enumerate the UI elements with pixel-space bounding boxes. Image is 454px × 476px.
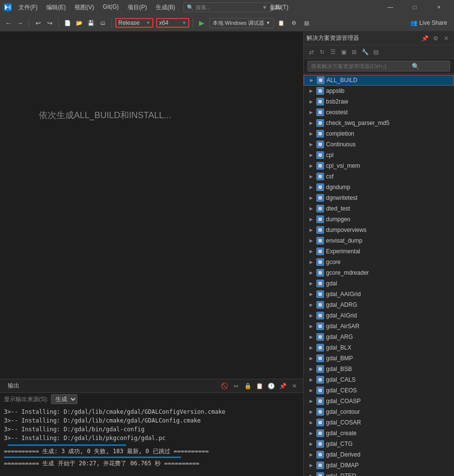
tree-item-gdal-aaigrid[interactable]: ▶⊞gdal_AAIGrid [304, 289, 454, 300]
output-wrap-btn[interactable]: ⇔ [231, 381, 241, 391]
tree-item-gdal-coasp[interactable]: ▶⊞gdal_COASP [304, 396, 454, 406]
tree-item-completion[interactable]: ▶⊞completion [304, 128, 454, 139]
tree-item-bsb2raw[interactable]: ▶⊞bsb2raw [304, 96, 454, 107]
se-refresh-btn[interactable]: ↻ [317, 47, 327, 57]
redo-button[interactable]: ↪ [44, 18, 55, 28]
tree-item-gdal-dted[interactable]: ▶⊞gdal_DTED [304, 471, 454, 476]
tree-item-dgnwritetest[interactable]: ▶⊞dgnwritetest [304, 193, 454, 203]
debug-button[interactable]: 本地 Windows 调试器 ▼ [209, 18, 274, 28]
config-dropdown[interactable]: Release ▼ [115, 18, 153, 28]
output-clock-btn[interactable]: 🕐 [266, 381, 276, 391]
tree-chevron: ▶ [308, 77, 315, 84]
tree-item-appslib[interactable]: ▶⊞appslib [304, 86, 454, 96]
tree-item-gdal-cals[interactable]: ▶⊞gdal_CALS [304, 374, 454, 385]
tree-item-label: gcore [326, 259, 341, 265]
tree-item-gdal-bsb[interactable]: ▶⊞gdal_BSB [304, 364, 454, 374]
tree-item-gdal-adrg[interactable]: ▶⊞gdal_ADRG [304, 300, 454, 310]
se-sync-btn[interactable]: ⇄ [307, 47, 316, 57]
se-config-btn[interactable]: ⚙ [431, 34, 440, 43]
open-file-button[interactable]: 📂 [74, 18, 85, 28]
tree-item-gdal-create[interactable]: ▶⊞gdal_create [304, 428, 454, 439]
tree-chevron: ▶ [308, 462, 314, 469]
tree-item-gdal-airsar[interactable]: ▶⊞gdal_AirSAR [304, 321, 454, 332]
output-close-btn[interactable]: ✕ [290, 381, 299, 391]
save-all-button[interactable]: 🗂 [97, 18, 108, 28]
tree-item-experimental[interactable]: ▶⊞Experimental [304, 246, 454, 257]
tree-item-check-swq-parser-md5[interactable]: ▶⊞check_swq_parser_md5 [304, 118, 454, 128]
output-pin-btn[interactable]: 📌 [278, 381, 288, 391]
tree-chevron: ▶ [308, 301, 314, 308]
se-search-box[interactable]: 🔍 [308, 61, 450, 71]
output-content[interactable]: 3>-- Installing: D:/gdal/lib/cmake/gdal/… [0, 405, 303, 476]
tree-item-gdal-aigrid[interactable]: ▶⊞gdal_AIGrid [304, 310, 454, 321]
tree-item-gdal[interactable]: ▶⊞gdal [304, 278, 454, 289]
menu-file[interactable]: 文件(F) [15, 2, 41, 13]
tree-item-dted-test[interactable]: ▶⊞dted_test [304, 203, 454, 214]
se-search-icon-btn[interactable]: 🔍 [410, 61, 421, 71]
maximize-button[interactable]: □ [403, 0, 426, 15]
output-clear-btn[interactable]: 🚫 [219, 381, 229, 391]
se-view-btn[interactable]: ▣ [339, 47, 348, 57]
tree-item-gdal-ceos[interactable]: ▶⊞gdal_CEOS [304, 385, 454, 396]
save-button[interactable]: 💾 [86, 18, 96, 28]
tree-item-envisat-dump[interactable]: ▶⊞envisat_dump [304, 235, 454, 246]
toolbar-extra-btn2[interactable]: ⚙ [289, 18, 299, 28]
project-icon: ⊞ [316, 162, 324, 170]
back-button[interactable]: ← [3, 18, 14, 28]
forward-button[interactable]: → [15, 18, 25, 28]
output-source-select[interactable]: 生成 [51, 394, 77, 404]
project-icon: ⊞ [316, 472, 324, 476]
editor-content[interactable]: 依次生成ALL_BUILD和INSTALL... [0, 32, 303, 379]
tree-item-cpl-vsi-mem[interactable]: ▶⊞cpl_vsi_mem [304, 160, 454, 171]
tree-item-gdal-dimap[interactable]: ▶⊞gdal_DIMAP [304, 460, 454, 471]
new-file-button[interactable]: 📄 [62, 18, 73, 28]
tree-item-gdal-cosar[interactable]: ▶⊞gdal_COSAR [304, 417, 454, 428]
tree-item-gcore-mdreader[interactable]: ▶⊞gcore_mdreader [304, 267, 454, 278]
platform-dropdown[interactable]: x64 ▼ [156, 18, 189, 28]
minimize-button[interactable]: — [379, 0, 401, 15]
tree-item-gdal-derived[interactable]: ▶⊞gdal_Derived [304, 449, 454, 460]
se-pin-btn[interactable]: 📌 [420, 34, 430, 43]
project-icon: ⊞ [316, 130, 324, 138]
tree-item-continuous[interactable]: ▶⊞Continuous [304, 139, 454, 150]
se-close-btn[interactable]: ✕ [441, 34, 451, 43]
tree-item-dumpgeo[interactable]: ▶⊞dumpgeo [304, 214, 454, 225]
tree-item-csf[interactable]: ▶⊞csf [304, 171, 454, 182]
se-search-input[interactable] [311, 63, 408, 69]
toolbar-extra-btn3[interactable]: ▤ [301, 18, 312, 28]
tree-item-gdal-blx[interactable]: ▶⊞gdal_BLX [304, 342, 454, 353]
tree-item-dumpoverviews[interactable]: ▶⊞dumpoverviews [304, 225, 454, 235]
output-tab[interactable]: 输出 [4, 381, 23, 391]
output-copy-btn[interactable]: 📋 [254, 381, 264, 391]
menu-edit[interactable]: 编辑(E) [42, 2, 70, 13]
tree-item-ceostest[interactable]: ▶⊞ceostest [304, 107, 454, 118]
title-search-box[interactable]: 🔍 搜索... ▼ [183, 2, 271, 12]
tree-item-label: gdal_create [326, 430, 357, 437]
menu-build[interactable]: 生成(B) [152, 2, 179, 13]
tree-item-gcore[interactable]: ▶⊞gcore [304, 257, 454, 267]
se-view2-btn[interactable]: ⊞ [349, 47, 359, 57]
undo-button[interactable]: ↩ [33, 18, 43, 28]
toolbar-extra-btn1[interactable]: 📋 [276, 18, 287, 28]
tree-item-gdal-ctg[interactable]: ▶⊞gdal_CTG [304, 439, 454, 449]
menu-git[interactable]: Git(G) [99, 2, 123, 13]
tree-item-gdal-contour[interactable]: ▶⊞gdal_contour [304, 406, 454, 417]
se-menu-btn[interactable]: ☰ [328, 47, 338, 57]
se-collapse-btn[interactable]: ▤ [371, 47, 381, 57]
menu-view[interactable]: 视图(V) [71, 2, 98, 13]
run-button[interactable]: ▶ [197, 18, 207, 28]
tree-item-cpl[interactable]: ▶⊞cpl [304, 150, 454, 160]
menu-project[interactable]: 项目(P) [124, 2, 151, 13]
tree-item-gdal-bmp[interactable]: ▶⊞gdal_BMP [304, 353, 454, 364]
live-share-label: Live Share [419, 19, 447, 26]
tree-item-all-build[interactable]: ▶⊞ALL_BUILD [304, 75, 454, 86]
project-icon: ⊞ [316, 119, 324, 127]
tree-item-dgndump[interactable]: ▶⊞dgndump [304, 182, 454, 193]
tree-chevron: ▶ [308, 152, 314, 159]
output-lock-btn[interactable]: 🔒 [243, 381, 253, 391]
close-button[interactable]: × [428, 0, 450, 15]
se-filter-btn[interactable]: 🔧 [360, 47, 370, 57]
tree-item-gdal-arg[interactable]: ▶⊞gdal_ARG [304, 332, 454, 342]
tree-chevron: ▶ [308, 473, 314, 476]
live-share-button[interactable]: 👥 Live Share [406, 18, 451, 28]
